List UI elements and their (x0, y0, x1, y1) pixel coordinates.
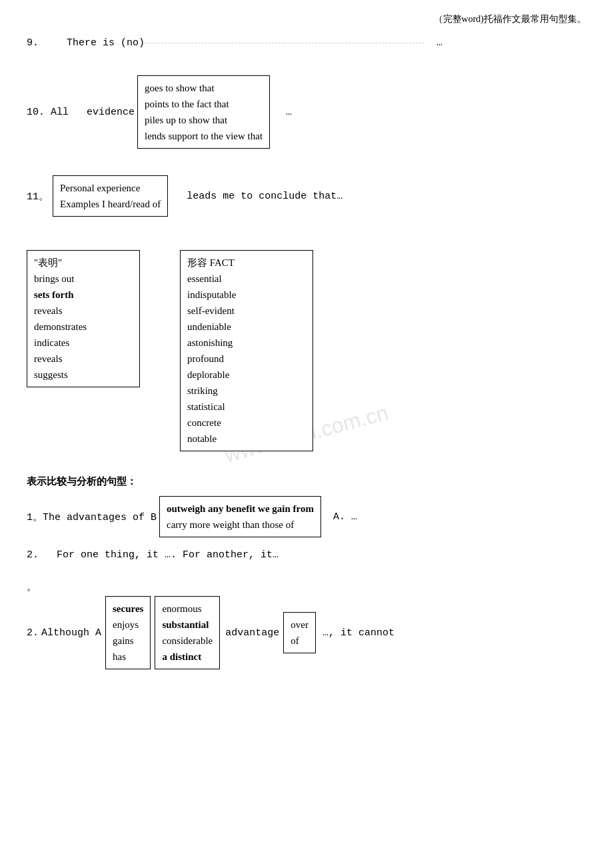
right-box-title: 形容 FACT (187, 255, 306, 271)
right-box-item-0: essential (187, 271, 306, 287)
compare-item-2: 2. For one thing, it …. For another, it… (27, 549, 586, 561)
compare-item-1-line-2: carry more weight than those of (167, 517, 314, 533)
right-box-item-10: notable (187, 431, 306, 447)
section-10-box-line-3: piles up to show that (145, 112, 263, 128)
left-box: "表明" brings out sets forth reveals demon… (27, 250, 140, 387)
section-10-box-line-1: goes to show that (145, 80, 263, 96)
section-10-box-line-4: lends support to the view that (145, 128, 263, 144)
compare-item-1-label: 1。The advantages of B (27, 511, 157, 523)
section-11-box: Personal experience Examples I heard/rea… (53, 175, 168, 217)
compare-box2-line-2: substantial (162, 617, 213, 633)
section-11-label: 11。 (27, 190, 49, 203)
compare-item-3-label: 2. (27, 627, 39, 639)
section-10-label: 10. All evidence (27, 107, 135, 118)
right-box: 形容 FACT essential indisputable self-evid… (180, 250, 313, 451)
right-box-item-9: concrete (187, 415, 306, 431)
right-box-item-3: undeniable (187, 319, 306, 335)
left-box-item-0: brings out (34, 271, 133, 287)
right-box-item-2: self-evident (187, 303, 306, 319)
section-9-text: There is (no) (67, 37, 145, 49)
left-box-item-5: reveals (34, 351, 133, 367)
right-box-item-1: indisputable (187, 287, 306, 303)
section-10-box: goes to show that points to the fact tha… (137, 75, 270, 149)
bullet-circ: 。 (27, 581, 37, 593)
compare-box2-line-4: a distinct (162, 649, 213, 665)
compare-item-3: 2. Although A secures enjoys gains has e… (27, 596, 586, 669)
section-10-dots: … (286, 107, 292, 118)
left-box-item-6: suggests (34, 367, 133, 383)
compare-item-3-prefix: Although A (41, 627, 101, 639)
compare-box2-line-1: enormous (162, 601, 213, 617)
compare-item-1-line-1: outweigh any benefit we gain from (167, 501, 314, 517)
compare-section: 表示比较与分析的句型： 1。The advantages of B outwei… (27, 475, 586, 669)
compare-box2-line-3: considerable (162, 633, 213, 649)
compare-item-3-box2: enormous substantial considerable a dist… (155, 596, 220, 669)
section-9-dots: … (436, 37, 442, 49)
compare-box1-line-2: enjoys (113, 617, 143, 633)
left-box-item-1: sets forth (34, 287, 133, 303)
left-box-item-4: indicates (34, 335, 133, 351)
left-box-title: "表明" (34, 255, 133, 271)
compare-item-1-suffix: A. … (333, 511, 357, 523)
compare-box3-line-2: of (291, 633, 308, 649)
compare-item-3-suffix: …, it cannot (322, 627, 394, 639)
compare-item-2-label: 2. (27, 549, 51, 561)
compare-item-3-word: advantage (225, 627, 279, 639)
right-box-item-4: astonishing (187, 335, 306, 351)
compare-box1-line-4: has (113, 649, 143, 665)
right-box-item-5: profound (187, 351, 306, 367)
section-9: 9. There is (no) … (27, 37, 586, 49)
compare-item-2-text: For one thing, it …. For another, it… (57, 549, 279, 561)
page-header: （完整word)托福作文最常用句型集。 (27, 13, 586, 25)
compare-title: 表示比较与分析的句型： (27, 475, 586, 488)
compare-item-3-box1: secures enjoys gains has (105, 596, 151, 669)
compare-item-1: 1。The advantages of B outweigh any benef… (27, 496, 586, 537)
left-box-item-2: reveals (34, 303, 133, 319)
section-11-line-2: Examples I heard/read of (60, 196, 161, 212)
left-box-item-3: demonstrates (34, 319, 133, 335)
right-box-item-8: statistical (187, 399, 306, 415)
compare-box1-line-3: gains (113, 633, 143, 649)
section-10-box-line-2: points to the fact that (145, 96, 263, 112)
compare-box3-line-1: over (291, 617, 308, 633)
compare-item-1-box: outweigh any benefit we gain from carry … (159, 496, 321, 537)
right-box-item-7: striking (187, 383, 306, 399)
section-9-label: 9. (27, 37, 67, 49)
middle-section: "表明" brings out sets forth reveals demon… (27, 250, 586, 451)
right-box-item-6: deplorable (187, 367, 306, 383)
section-11-line-1: Personal experience (60, 180, 161, 196)
section-11-rest: leads me to conclude that… (187, 191, 342, 202)
compare-item-3-box3: over of (283, 612, 316, 653)
compare-box1-line-1: secures (113, 601, 143, 617)
